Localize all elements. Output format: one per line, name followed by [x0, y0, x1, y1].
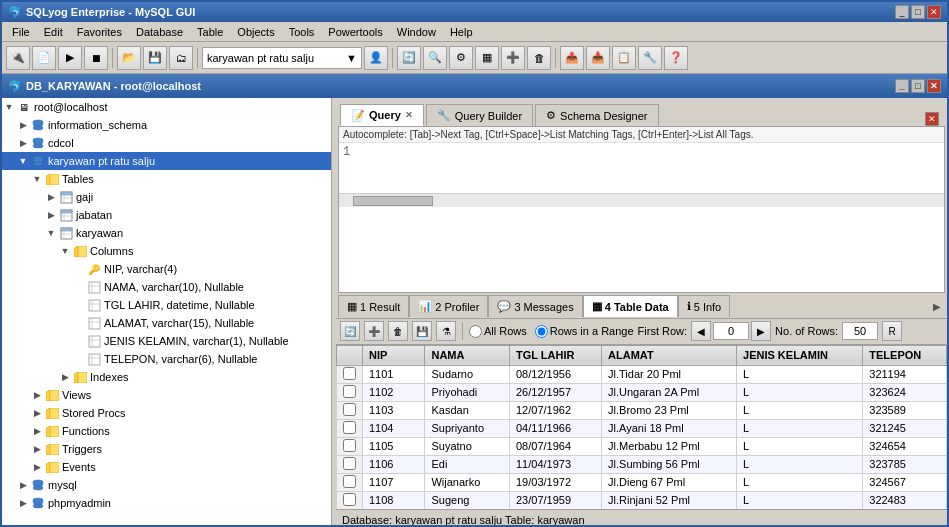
row-select-0[interactable] — [337, 365, 363, 383]
row-select-5[interactable] — [337, 455, 363, 473]
import-button[interactable]: 📥 — [586, 46, 610, 70]
filter-button[interactable]: ⚙ — [449, 46, 473, 70]
scrollbar-thumb[interactable] — [353, 196, 433, 206]
new-connection-button[interactable]: 🔌 — [6, 46, 30, 70]
tree-toggle-stored_procs[interactable]: ▶ — [30, 406, 44, 420]
rows-refresh-btn[interactable]: R — [882, 321, 902, 341]
tree-toggle-nip_col[interactable] — [72, 262, 86, 276]
menu-edit[interactable]: Edit — [38, 25, 69, 39]
open-file-button[interactable]: 📂 — [117, 46, 141, 70]
tab-query-builder[interactable]: 🔧 Query Builder — [426, 104, 533, 126]
tree-item-triggers[interactable]: ▶Triggers — [2, 440, 331, 458]
tree-item-gaji[interactable]: ▶gaji — [2, 188, 331, 206]
menu-tools[interactable]: Tools — [283, 25, 321, 39]
no-of-rows-input[interactable] — [842, 322, 878, 340]
tree-item-tgl_col[interactable]: TGL LAHIR, datetime, Nullable — [2, 296, 331, 314]
query-scrollbar[interactable] — [339, 193, 944, 207]
query-tab-close[interactable]: ✕ — [405, 110, 413, 120]
tree-item-indexes[interactable]: ▶Indexes — [2, 368, 331, 386]
tree-item-mysql[interactable]: ▶mysql — [2, 476, 331, 494]
table-save-btn[interactable]: 💾 — [412, 321, 432, 341]
first-row-input[interactable] — [713, 322, 749, 340]
help-button[interactable]: ❓ — [664, 46, 688, 70]
tree-item-telepon_col[interactable]: TELEPON, varchar(6), Nullable — [2, 350, 331, 368]
tree-toggle-alamat_col[interactable] — [72, 316, 86, 330]
tab-schema-designer[interactable]: ⚙ Schema Designer — [535, 104, 658, 126]
menu-file[interactable]: File — [6, 25, 36, 39]
tree-toggle-telepon_col[interactable] — [72, 352, 86, 366]
tree-toggle-root[interactable]: ▼ — [2, 100, 16, 114]
tree-item-cdcol[interactable]: ▶cdcol — [2, 134, 331, 152]
result-tab-4[interactable]: ▦ 4 Table Data — [583, 295, 678, 317]
tree-item-info_schema[interactable]: ▶information_schema — [2, 116, 331, 134]
first-row-next[interactable]: ▶ — [751, 321, 771, 341]
menu-favorites[interactable]: Favorites — [71, 25, 128, 39]
tree-item-events[interactable]: ▶Events — [2, 458, 331, 476]
db-titlebar-controls[interactable]: _ □ ✕ — [895, 79, 941, 93]
query-editor[interactable]: 1 — [339, 143, 944, 193]
title-bar-controls[interactable]: _ □ ✕ — [895, 5, 941, 19]
tree-toggle-nama_col[interactable] — [72, 280, 86, 294]
menu-help[interactable]: Help — [444, 25, 479, 39]
tree-toggle-tables[interactable]: ▼ — [30, 172, 44, 186]
result-tab-2[interactable]: 📊 2 Profiler — [409, 295, 488, 317]
row-select-6[interactable] — [337, 473, 363, 491]
delete-button[interactable]: 🗑 — [527, 46, 551, 70]
insert-button[interactable]: ➕ — [501, 46, 525, 70]
table-col-3[interactable]: TGL LAHIR — [509, 345, 601, 365]
table-add-button[interactable]: ➕ — [364, 321, 384, 341]
tree-toggle-jenis_col[interactable] — [72, 334, 86, 348]
table-refresh-button[interactable]: 🔄 — [340, 321, 360, 341]
tree-toggle-events[interactable]: ▶ — [30, 460, 44, 474]
user-button[interactable]: 👤 — [364, 46, 388, 70]
tree-item-nama_col[interactable]: NAMA, varchar(10), Nullable — [2, 278, 331, 296]
result-tab-1[interactable]: ▦ 1 Result — [338, 295, 409, 317]
table-row[interactable]: 1103Kasdan12/07/1962Jl.Bromo 23 PmlL3235… — [337, 401, 947, 419]
table-row[interactable]: 1101Sudarno08/12/1956Jl.Tidar 20 PmlL321… — [337, 365, 947, 383]
close-button[interactable]: ✕ — [927, 5, 941, 19]
all-rows-radio[interactable]: All Rows — [469, 325, 527, 338]
export-button[interactable]: 📤 — [560, 46, 584, 70]
db-maximize-button[interactable]: □ — [911, 79, 925, 93]
refresh-button[interactable]: 🔄 — [397, 46, 421, 70]
tree-toggle-indexes[interactable]: ▶ — [58, 370, 72, 384]
table-row[interactable]: 1105Suyatno08/07/1964Jl.Merbabu 12 PmlL3… — [337, 437, 947, 455]
tree-toggle-gaji[interactable]: ▶ — [44, 190, 58, 204]
table-delete-btn[interactable]: 🗑 — [388, 321, 408, 341]
stop-button[interactable]: ⏹ — [84, 46, 108, 70]
tree-toggle-views[interactable]: ▶ — [30, 388, 44, 402]
range-rows-radio[interactable]: Rows in a Range — [535, 325, 634, 338]
db-minimize-button[interactable]: _ — [895, 79, 909, 93]
tree-item-karyawan[interactable]: ▼karyawan pt ratu salju — [2, 152, 331, 170]
tree-toggle-tgl_col[interactable] — [72, 298, 86, 312]
table-row[interactable]: 1107Wijanarko19/03/1972Jl.Dieng 67 PmlL3… — [337, 473, 947, 491]
table-col-2[interactable]: NAMA — [425, 345, 510, 365]
search-button[interactable]: 🔍 — [423, 46, 447, 70]
tree-toggle-phpmyadmin[interactable]: ▶ — [16, 496, 30, 510]
table-col-1[interactable]: NIP — [363, 345, 425, 365]
tree-item-nip_col[interactable]: 🔑NIP, varchar(4) — [2, 260, 331, 278]
db-close-button[interactable]: ✕ — [927, 79, 941, 93]
tree-toggle-jabatan[interactable]: ▶ — [44, 208, 58, 222]
tree-toggle-mysql[interactable]: ▶ — [16, 478, 30, 492]
settings-button[interactable]: 🔧 — [638, 46, 662, 70]
tree-toggle-cdcol[interactable]: ▶ — [16, 136, 30, 150]
tree-item-tables[interactable]: ▼Tables — [2, 170, 331, 188]
tree-item-views[interactable]: ▶Views — [2, 386, 331, 404]
row-select-7[interactable] — [337, 491, 363, 509]
new-query-button[interactable]: 📄 — [32, 46, 56, 70]
maximize-button[interactable]: □ — [911, 5, 925, 19]
row-select-4[interactable] — [337, 437, 363, 455]
menu-objects[interactable]: Objects — [231, 25, 280, 39]
minimize-button[interactable]: _ — [895, 5, 909, 19]
tree-item-alamat_col[interactable]: ALAMAT, varchar(15), Nullable — [2, 314, 331, 332]
row-select-2[interactable] — [337, 401, 363, 419]
tree-item-jabatan[interactable]: ▶jabatan — [2, 206, 331, 224]
menu-window[interactable]: Window — [391, 25, 442, 39]
tree-item-karyawan_tbl[interactable]: ▼karyawan — [2, 224, 331, 242]
tree-item-columns[interactable]: ▼Columns — [2, 242, 331, 260]
menu-database[interactable]: Database — [130, 25, 189, 39]
database-dropdown[interactable]: karyawan pt ratu salju ▼ — [202, 47, 362, 69]
run-button[interactable]: ▶ — [58, 46, 82, 70]
table-row[interactable]: 1104Supriyanto04/11/1966Jl.Ayani 18 PmlL… — [337, 419, 947, 437]
